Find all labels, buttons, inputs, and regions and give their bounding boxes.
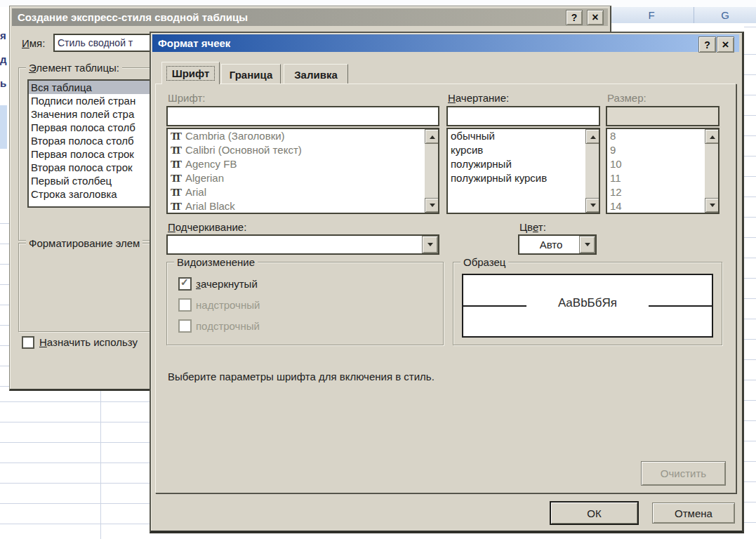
help-button[interactable]: ?	[566, 10, 583, 25]
scroll-down-button[interactable]	[705, 198, 719, 213]
truetype-icon: TT	[171, 187, 179, 198]
color-value: Авто	[540, 239, 576, 251]
ok-button[interactable]: ОК	[550, 501, 639, 525]
size-list-item[interactable]: 9	[607, 143, 705, 157]
font-list-item[interactable]: TTAlgerian	[168, 171, 425, 185]
style-list-item[interactable]: полужирный	[448, 157, 585, 171]
assign-default-checkbox[interactable]	[22, 336, 34, 349]
font-style-label: Начертание:	[448, 92, 509, 104]
scroll-up-button[interactable]	[585, 129, 600, 144]
effects-group: Видоизменение ✓ зачеркнутый надстрочный …	[166, 262, 444, 345]
truetype-icon: TT	[171, 131, 179, 142]
font-list-item[interactable]: TTCalibri (Основной текст)	[168, 143, 425, 157]
scroll-down-icon	[430, 204, 435, 210]
size-list-item[interactable]: 14	[607, 199, 705, 213]
truetype-icon: TT	[171, 145, 179, 156]
style-list-item[interactable]: полужирный курсив	[448, 171, 585, 185]
preview-group: Образец AaBbБбЯя	[453, 262, 722, 345]
cancel-button[interactable]: Отмена	[652, 503, 735, 524]
size-list-item[interactable]: 12	[607, 185, 705, 199]
screen: F G я д ь Создание экспресс-стиля сводно…	[0, 0, 756, 539]
strikethrough-label: зачеркнутый	[196, 278, 258, 290]
excel-column-headers: F G	[609, 7, 756, 24]
cell-text-fragment: ь	[0, 77, 8, 89]
subscript-label: подстрочный	[196, 320, 260, 332]
font-label: Шрифт:	[168, 92, 206, 104]
underline-combobox[interactable]	[166, 234, 439, 255]
selected-cell-band	[0, 105, 7, 149]
color-combobox[interactable]: Авто	[518, 234, 597, 255]
size-list-item[interactable]: 11	[607, 171, 705, 185]
style-list-scrollbar[interactable]	[585, 129, 599, 213]
style-list-item[interactable]: курсив	[448, 143, 585, 157]
size-list-item[interactable]: 10	[607, 157, 705, 171]
name-label: Имя:	[22, 37, 45, 49]
excel-grid-right	[744, 23, 756, 539]
tab-border[interactable]: Граница	[221, 64, 281, 84]
font-preview: AaBbБбЯя	[462, 274, 713, 338]
font-list-item[interactable]: TTAgency FB	[168, 157, 425, 171]
strikethrough-checkbox[interactable]: ✓	[178, 277, 192, 291]
effects-group-label: Видоизменение	[174, 256, 258, 268]
scroll-up-icon	[430, 133, 435, 139]
excel-gridline-stubs	[0, 204, 9, 388]
column-header-f[interactable]: F	[609, 7, 694, 23]
element-formatting-group-label: Форматирование элем	[26, 237, 142, 249]
dropdown-button[interactable]	[422, 236, 438, 253]
excel-grid-bottom-left	[0, 388, 150, 539]
pivot-style-dialog-title: Создание экспресс-стиля сводной таблицы	[12, 8, 608, 26]
font-size-label: Размер:	[607, 92, 646, 104]
help-button[interactable]: ?	[698, 36, 716, 53]
dropdown-arrow-icon	[585, 243, 590, 249]
scroll-down-icon	[590, 204, 596, 210]
color-label: Цвет:	[519, 221, 546, 233]
font-list-item[interactable]: TTCambria (Заголовки)	[168, 129, 425, 143]
tab-fill[interactable]: Заливка	[284, 64, 348, 84]
excel-left-strip: я д ь	[0, 7, 9, 388]
font-name-input[interactable]	[166, 106, 439, 126]
column-header-g[interactable]: G	[694, 7, 756, 23]
font-size-list[interactable]: 8 9 10 11 12 14	[606, 128, 719, 214]
format-cells-dialog: Формат ячеек ? × Шрифт Граница Заливка Ш…	[150, 32, 744, 533]
scroll-up-button[interactable]	[705, 129, 719, 144]
underline-value	[168, 239, 171, 251]
format-cells-dialog-title: Формат ячеек	[152, 34, 739, 52]
font-tab-page: Шрифт: TTCambria (Заголовки) TTCalibri (…	[155, 84, 736, 493]
dropdown-arrow-icon	[427, 243, 433, 249]
hint-text: Выберите параметры шрифта для включения …	[168, 371, 435, 382]
font-style-input[interactable]	[446, 106, 600, 126]
tab-font[interactable]: Шрифт	[161, 62, 220, 84]
close-button[interactable]: ×	[717, 36, 734, 53]
size-list-item[interactable]: 8	[607, 129, 705, 143]
table-element-group-label: Элемент таблицы:	[26, 62, 122, 74]
font-list-item[interactable]: TTArial	[168, 185, 425, 199]
preview-group-label: Образец	[460, 256, 508, 268]
check-icon: ✓	[180, 277, 189, 288]
font-size-input[interactable]	[606, 106, 719, 126]
excel-cells	[609, 23, 756, 32]
cell-text-fragment: д	[0, 53, 8, 65]
preview-sample-text: AaBbБбЯя	[463, 296, 712, 310]
superscript-checkbox[interactable]	[178, 298, 192, 312]
dropdown-button[interactable]	[579, 236, 595, 253]
subscript-checkbox[interactable]	[178, 319, 192, 333]
font-list[interactable]: TTCambria (Заголовки) TTCalibri (Основно…	[166, 128, 439, 214]
truetype-icon: TT	[171, 201, 179, 212]
scroll-down-button[interactable]	[585, 198, 600, 213]
clear-button[interactable]: Очистить	[641, 461, 726, 486]
superscript-label: надстрочный	[196, 299, 260, 311]
size-list-scrollbar[interactable]	[705, 129, 718, 213]
style-list-item[interactable]: обычный	[448, 129, 585, 143]
close-button[interactable]: ×	[587, 10, 604, 25]
truetype-icon: TT	[171, 159, 179, 170]
scroll-up-icon	[710, 133, 715, 139]
font-list-scrollbar[interactable]	[425, 129, 438, 213]
scroll-down-icon	[710, 204, 715, 210]
font-style-list[interactable]: обычный курсив полужирный полужирный кур…	[446, 128, 600, 214]
tab-fill-label: Заливка	[294, 69, 338, 81]
scroll-down-button[interactable]	[425, 198, 439, 213]
font-list-item[interactable]: TTArial Black	[168, 199, 425, 213]
assign-default-label: Назначить использу	[39, 336, 138, 348]
cell-text-fragment: я	[0, 29, 8, 41]
scroll-up-button[interactable]	[425, 129, 439, 144]
